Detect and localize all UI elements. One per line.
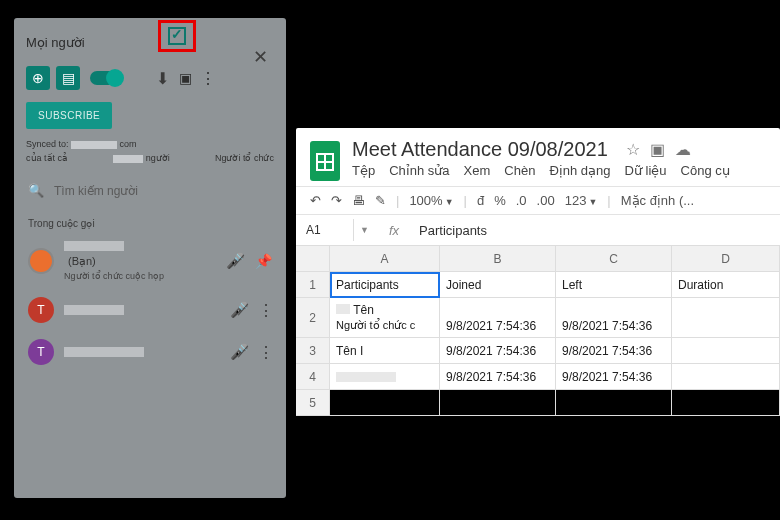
menu-tools[interactable]: Công cụ: [681, 163, 730, 178]
cell[interactable]: [672, 390, 780, 416]
percent-button[interactable]: %: [494, 193, 506, 208]
zoom-select[interactable]: 100%▼: [409, 193, 453, 208]
toggle-switch[interactable]: [90, 71, 122, 85]
undo-icon[interactable]: ↶: [310, 193, 321, 208]
extension-toolbar: ⊕ ▤ ⬇ ▣ ⋮: [14, 62, 286, 94]
redacted-name: [64, 347, 144, 357]
menu-file[interactable]: Tệp: [352, 163, 375, 178]
participant-row: T 🎤̸ ⋮: [14, 331, 286, 373]
num-format-button[interactable]: 123▼: [565, 193, 598, 208]
cell[interactable]: 9/8/2021 7:54:36: [440, 364, 556, 390]
col-header[interactable]: D: [672, 246, 780, 272]
mic-off-icon[interactable]: 🎤̸: [226, 252, 244, 270]
cell[interactable]: Left: [556, 272, 672, 298]
menu-data[interactable]: Dữ liệu: [625, 163, 667, 178]
dec-more-button[interactable]: .00: [537, 193, 555, 208]
cell[interactable]: [672, 338, 780, 364]
cell[interactable]: Duration: [672, 272, 780, 298]
cell[interactable]: [556, 390, 672, 416]
participant-row-self: (Bạn) Người tổ chức cuộc họp 🎤̸ 📌: [14, 233, 286, 289]
font-select[interactable]: Mặc định (...: [621, 193, 694, 208]
chevron-down-icon[interactable]: ▼: [354, 225, 375, 235]
cell-reference[interactable]: A1: [296, 219, 354, 241]
panel-title: Mọi người: [26, 35, 85, 50]
cell[interactable]: 9/8/2021 7:54:36: [556, 364, 672, 390]
cell-a1[interactable]: Participants: [330, 272, 440, 298]
cell[interactable]: Joined: [440, 272, 556, 298]
formula-bar[interactable]: Participants: [413, 223, 487, 238]
corner-cell[interactable]: [296, 246, 330, 272]
cell[interactable]: [672, 364, 780, 390]
participant-row: T 🎤̸ ⋮: [14, 289, 286, 331]
pin-icon[interactable]: 📌: [254, 253, 272, 269]
cell[interactable]: 9/8/2021 7:54:36: [556, 298, 672, 338]
attendance-highlight: [158, 20, 196, 52]
search-placeholder: Tìm kiếm người: [54, 184, 138, 198]
synced-label: Synced to:: [26, 139, 69, 149]
add-file-icon[interactable]: ▤: [56, 66, 80, 90]
paint-icon[interactable]: ✎: [375, 193, 386, 208]
cell[interactable]: 9/8/2021 7:54:36: [556, 338, 672, 364]
mic-off-icon[interactable]: 🎤̸: [230, 301, 248, 319]
role-label: Người tổ chức cuộc họp: [64, 271, 216, 281]
avatar: [28, 248, 54, 274]
print-icon[interactable]: 🖶: [352, 193, 365, 208]
star-icon[interactable]: ☆: [626, 140, 640, 159]
menu-format[interactable]: Định dạng: [549, 163, 610, 178]
row-num[interactable]: 3: [296, 338, 330, 364]
spreadsheet-grid[interactable]: A B C D 1 Participants Joined Left Durat…: [296, 246, 780, 416]
cell[interactable]: [330, 364, 440, 390]
cell[interactable]: [672, 298, 780, 338]
cell[interactable]: Tên I: [330, 338, 440, 364]
cell[interactable]: [440, 390, 556, 416]
mic-off-icon[interactable]: 🎤̸: [230, 343, 248, 361]
redacted-name: [64, 241, 124, 251]
menu-edit[interactable]: Chỉnh sửa: [389, 163, 449, 178]
toolbar: ↶ ↷ 🖶 ✎ | 100%▼ | đ % .0 .00 123▼ | Mặc …: [296, 186, 780, 215]
search-icon: 🔍: [28, 183, 44, 198]
cloud-icon[interactable]: ☁: [675, 140, 691, 159]
row-num[interactable]: 1: [296, 272, 330, 298]
cell[interactable]: 9/8/2021 7:54:36: [440, 298, 556, 338]
attendance-check-icon[interactable]: [168, 27, 186, 45]
avatar: T: [28, 297, 54, 323]
col-header[interactable]: C: [556, 246, 672, 272]
more-icon[interactable]: ⋮: [258, 343, 272, 362]
close-icon[interactable]: ✕: [253, 46, 268, 68]
more-icon[interactable]: ⋮: [200, 69, 216, 88]
more-icon[interactable]: ⋮: [258, 301, 272, 320]
menu-insert[interactable]: Chèn: [504, 163, 535, 178]
sheets-logo-icon: [310, 141, 340, 181]
cell[interactable]: [330, 390, 440, 416]
avatar: T: [28, 339, 54, 365]
sheets-window: Meet Attendance 09/08/2021 ☆ ▣ ☁ Tệp Chỉ…: [296, 128, 780, 390]
subscribe-button[interactable]: SUBSCRIBE: [26, 102, 112, 129]
section-label: Trong cuộc gọi: [14, 208, 286, 233]
redo-icon[interactable]: ↷: [331, 193, 342, 208]
row-num[interactable]: 4: [296, 364, 330, 390]
col-header[interactable]: B: [440, 246, 556, 272]
redacted-text: [71, 141, 117, 149]
download-icon[interactable]: ⬇: [156, 69, 169, 88]
camera-icon[interactable]: ▣: [179, 70, 192, 86]
doc-title[interactable]: Meet Attendance 09/08/2021: [352, 138, 608, 161]
redacted-name: [64, 305, 124, 315]
cell[interactable]: TênNgười tổ chức c: [330, 298, 440, 338]
row-num[interactable]: 5: [296, 390, 330, 416]
row-num[interactable]: 2: [296, 298, 330, 338]
fx-icon: fx: [375, 223, 413, 238]
col-header[interactable]: A: [330, 246, 440, 272]
you-badge: (Bạn): [68, 255, 96, 267]
cell[interactable]: 9/8/2021 7:54:36: [440, 338, 556, 364]
meet-people-panel: Mọi người ✕ ⊕ ▤ ⬇ ▣ ⋮ SUBSCRIBE Synced t…: [14, 18, 286, 498]
menu-view[interactable]: Xem: [464, 163, 491, 178]
currency-button[interactable]: đ: [477, 193, 484, 208]
search-row[interactable]: 🔍 Tìm kiếm người: [14, 173, 286, 208]
move-icon[interactable]: ▣: [650, 140, 665, 159]
dec-less-button[interactable]: .0: [516, 193, 527, 208]
add-doc-icon[interactable]: ⊕: [26, 66, 50, 90]
